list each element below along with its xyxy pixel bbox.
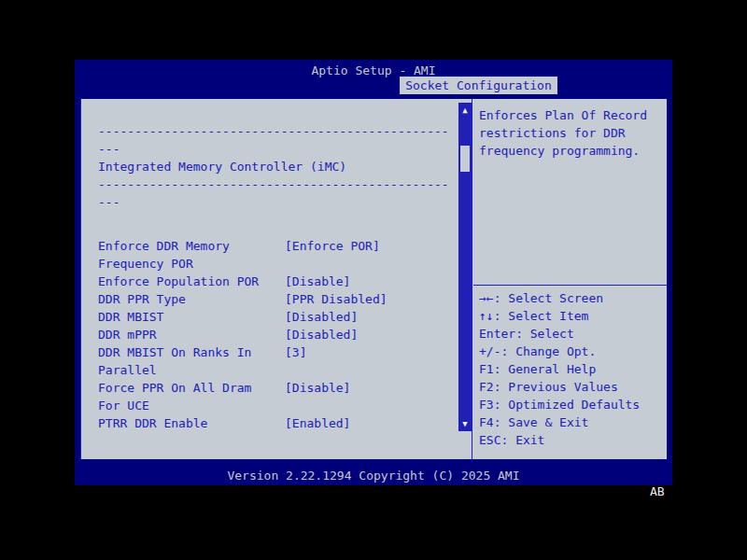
- key-hint-select-item: ↑↓: Select Item: [479, 307, 665, 325]
- section-title: Integrated Memory Controller (iMC): [98, 158, 457, 175]
- help-line: frequency programming.: [479, 142, 665, 160]
- item-label: Force PPR On All Dram: [98, 379, 285, 397]
- menu-item-ddr-mbist[interactable]: DDR MBIST [Disabled]: [98, 308, 457, 326]
- menu-item-list: Enforce DDR Memory Frequency POR [Enforc…: [98, 237, 457, 432]
- menu-item-ddr-ppr-type[interactable]: DDR PPR Type [PPR Disabled]: [98, 290, 457, 308]
- menu-item-enforce-population-por[interactable]: Enforce Population POR [Disable]: [98, 273, 457, 290]
- menu-item-enforce-ddr-memory-frequency-por[interactable]: Enforce DDR Memory Frequency POR [Enforc…: [98, 237, 457, 273]
- item-label: DDR PPR Type: [98, 290, 285, 308]
- item-label: Parallel: [98, 361, 285, 379]
- key-hint-enter-select: Enter: Select: [479, 325, 665, 343]
- menu-item-ddr-mppr[interactable]: DDR mPPR [Disabled]: [98, 326, 457, 343]
- item-label: Enforce Population POR: [98, 273, 285, 290]
- item-label: DDR MBIST On Ranks In: [98, 343, 285, 361]
- key-hint-change-opt: +/-: Change Opt.: [479, 343, 665, 360]
- item-value: [Enforce POR]: [285, 237, 380, 255]
- item-label: DDR mPPR: [98, 326, 285, 343]
- help-separator: [473, 285, 667, 286]
- menu-item-force-ppr-on-all-dram-for-uce[interactable]: Force PPR On All Dram For UCE [Disable]: [98, 379, 457, 414]
- scroll-up-icon[interactable]: ▲: [458, 104, 472, 117]
- key-hint-previous-values: F2: Previous Values: [479, 378, 665, 396]
- item-label: For UCE: [98, 397, 285, 414]
- key-hint-save-exit: F4: Save & Exit: [479, 413, 665, 431]
- separator-line: ---: [98, 193, 457, 211]
- item-value: [Disable]: [285, 379, 350, 397]
- key-hint-general-help: F1: General Help: [479, 360, 665, 378]
- bios-main-area: ----------------------------------------…: [80, 99, 667, 459]
- scrollbar[interactable]: ▲ ▼: [458, 103, 472, 431]
- item-value: [Enabled]: [285, 414, 350, 432]
- key-hint-optimized-defaults: F3: Optimized Defaults: [479, 396, 665, 413]
- separator-line: ----------------------------------------…: [98, 122, 457, 140]
- scroll-down-icon[interactable]: ▼: [458, 417, 472, 430]
- item-value: [Disable]: [285, 273, 350, 290]
- key-hint-select-screen: →←: Select Screen: [479, 289, 665, 307]
- help-line: Enforces Plan Of Record: [479, 106, 665, 124]
- item-value: [Disabled]: [285, 308, 358, 326]
- item-label: DDR MBIST: [98, 308, 285, 326]
- version-bar: Version 2.22.1294 Copyright (C) 2025 AMI: [75, 467, 672, 484]
- separator-line: ---: [98, 140, 457, 158]
- key-hint-esc-exit: ESC: Exit: [479, 431, 665, 449]
- help-pane: Enforces Plan Of Record restrictions for…: [473, 99, 667, 459]
- item-label: Enforce DDR Memory: [98, 237, 285, 255]
- menu-pane: ----------------------------------------…: [80, 99, 472, 459]
- separator-line: ----------------------------------------…: [98, 175, 457, 193]
- tab-socket-configuration[interactable]: Socket Configuration: [400, 77, 557, 94]
- scrollbar-thumb[interactable]: [460, 146, 470, 172]
- menu-item-ddr-mbist-on-ranks-in-parallel[interactable]: DDR MBIST On Ranks In Parallel [3]: [98, 343, 457, 379]
- item-value: [PPR Disabled]: [285, 290, 388, 308]
- item-label: Frequency POR: [98, 255, 285, 273]
- corner-label: AB: [650, 484, 665, 498]
- help-line: restrictions for DDR: [479, 124, 665, 142]
- bios-screen: Aptio Setup - AMI Socket Configuration -…: [75, 60, 672, 485]
- item-value: [Disabled]: [285, 326, 358, 343]
- key-legend: →←: Select Screen ↑↓: Select Item Enter:…: [479, 289, 665, 449]
- window-title: Aptio Setup - AMI: [75, 63, 672, 78]
- item-label: PTRR DDR Enable: [98, 414, 285, 432]
- item-value: [3]: [285, 343, 306, 361]
- menu-item-ptrr-ddr-enable[interactable]: PTRR DDR Enable [Enabled]: [98, 414, 457, 432]
- help-text: Enforces Plan Of Record restrictions for…: [479, 106, 665, 160]
